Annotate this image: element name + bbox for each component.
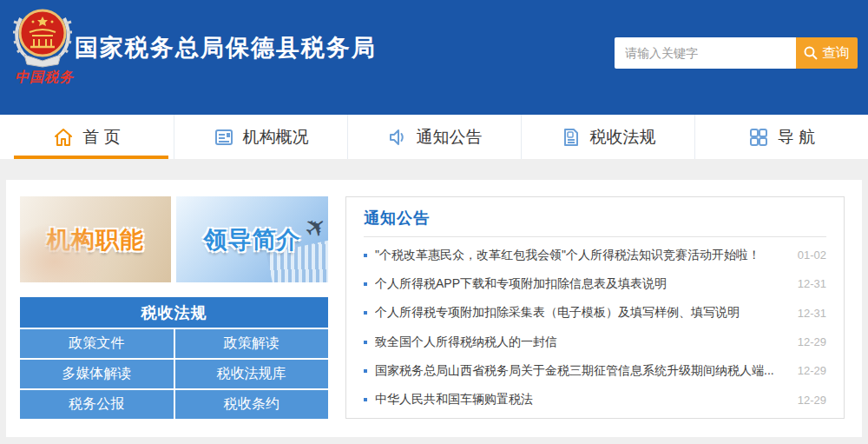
menu-item-multimedia[interactable]: 多媒体解读 (20, 360, 174, 388)
page-title: 国家税务总局保德县税务局 (75, 32, 377, 63)
nav-tab-home[interactable]: 首 页 (0, 115, 174, 159)
site-header: 中国税务 国家税务总局保德县税务局 查询 (0, 0, 868, 115)
menu-item-policy-reading[interactable]: 政策解读 (175, 329, 329, 358)
nav-tab-label: 税收法规 (590, 126, 656, 149)
notice-date: 12-29 (798, 394, 826, 407)
tax-law-doc-icon (561, 127, 582, 148)
tax-emblem-icon (12, 6, 73, 69)
main-nav: 首 页 机构概况 通知公告 税收法规 (0, 115, 868, 159)
banner-label: 机构职能 (20, 224, 171, 255)
notice-title: "个税改革惠民众，改革红包我会领"个人所得税法知识竞赛活动开始啦！ (375, 248, 782, 263)
notice-date: 12-31 (798, 277, 826, 290)
announcement-icon (387, 127, 408, 148)
nav-tab-org-profile[interactable]: 机构概况 (174, 115, 347, 159)
search-icon (804, 46, 818, 60)
tax-law-menu: 税收法规 政策文件 政策解读 多媒体解读 税收法规库 税务公报 税收条约 (20, 297, 328, 419)
nav-tab-label: 首 页 (82, 126, 120, 149)
notices-panel-title: 通知公告 (364, 209, 430, 227)
nav-tab-announcements[interactable]: 通知公告 (347, 115, 521, 159)
bullet-icon (364, 282, 367, 286)
list-item[interactable]: 中华人民共和国车辆购置税法 12-29 (364, 386, 826, 414)
list-item[interactable]: 个人所得税APP下载和专项附加扣除信息表及填表说明 12-31 (364, 269, 826, 298)
tax-law-menu-grid: 政策文件 政策解读 多媒体解读 税收法规库 税务公报 税收条约 (20, 329, 328, 419)
bullet-icon (364, 311, 367, 315)
search-button[interactable]: 查询 (796, 37, 858, 69)
search-input[interactable] (615, 37, 796, 69)
nav-tab-navigation[interactable]: 导 航 (694, 115, 868, 159)
notice-date: 12-29 (798, 335, 826, 348)
active-tab-underline (14, 156, 168, 159)
nav-tab-label: 机构概况 (243, 126, 309, 149)
nav-tab-label: 通知公告 (417, 126, 483, 149)
banner-label: 领导简介 (176, 224, 328, 255)
logo-caption: 中国税务 (7, 69, 82, 87)
content-area: 机构职能 ✈ 领导简介 税收法规 政策文件 政策解读 多媒体解读 税收法规库 税… (6, 180, 862, 437)
bullet-icon (364, 254, 367, 257)
nav-tab-tax-law[interactable]: 税收法规 (521, 115, 694, 159)
banner-leader-intro[interactable]: ✈ 领导简介 (176, 196, 328, 282)
notices-divider (364, 236, 826, 237)
notices-panel: 通知公告 "个税改革惠民众，改革红包我会领"个人所得税法知识竞赛活动开始啦！ 0… (345, 196, 845, 419)
menu-item-tax-gazette[interactable]: 税务公报 (20, 390, 174, 419)
list-item[interactable]: 致全国个人所得税纳税人的一封信 12-29 (364, 328, 826, 356)
nav-tab-label: 导 航 (778, 126, 815, 149)
notice-title: 国家税务总局山西省税务局关于金税三期征管信息系统升级期间纳税人端... (375, 363, 782, 379)
tax-law-menu-title: 税收法规 (20, 297, 328, 328)
notice-title: 致全国个人所得税纳税人的一封信 (375, 335, 782, 350)
grid-nav-icon (748, 127, 769, 148)
notice-date: 12-31 (798, 307, 826, 320)
menu-item-policy-files[interactable]: 政策文件 (20, 329, 174, 358)
menu-item-tax-treaties[interactable]: 税收条约 (175, 390, 329, 419)
bullet-icon (364, 369, 367, 373)
home-icon (53, 127, 74, 148)
list-item[interactable]: 个人所得税专项附加扣除采集表（电子模板）及填写样例、填写说明 12-31 (364, 299, 826, 328)
site-logo[interactable]: 中国税务 (9, 4, 76, 91)
notice-date: 01-02 (798, 249, 826, 262)
list-item[interactable]: 国家税务总局山西省税务局关于金税三期征管信息系统升级期间纳税人端... 12-2… (364, 356, 826, 385)
notice-title: 个人所得税APP下载和专项附加扣除信息表及填表说明 (375, 276, 782, 292)
bullet-icon (364, 398, 367, 401)
notice-title: 中华人民共和国车辆购置税法 (375, 392, 782, 408)
search-box: 查询 (615, 37, 858, 69)
bullet-icon (364, 341, 367, 344)
notices-list: "个税改革惠民众，改革红包我会领"个人所得税法知识竞赛活动开始啦！ 01-02 … (346, 241, 844, 414)
list-item[interactable]: "个税改革惠民众，改革红包我会领"个人所得税法知识竞赛活动开始啦！ 01-02 (364, 241, 826, 269)
search-button-label: 查询 (822, 44, 850, 63)
notice-date: 12-29 (798, 364, 826, 377)
org-profile-icon (214, 127, 234, 148)
banner-org-functions[interactable]: 机构职能 (20, 196, 171, 282)
menu-item-law-database[interactable]: 税收法规库 (175, 360, 329, 388)
notice-title: 个人所得税专项附加扣除采集表（电子模板）及填写样例、填写说明 (375, 305, 782, 321)
